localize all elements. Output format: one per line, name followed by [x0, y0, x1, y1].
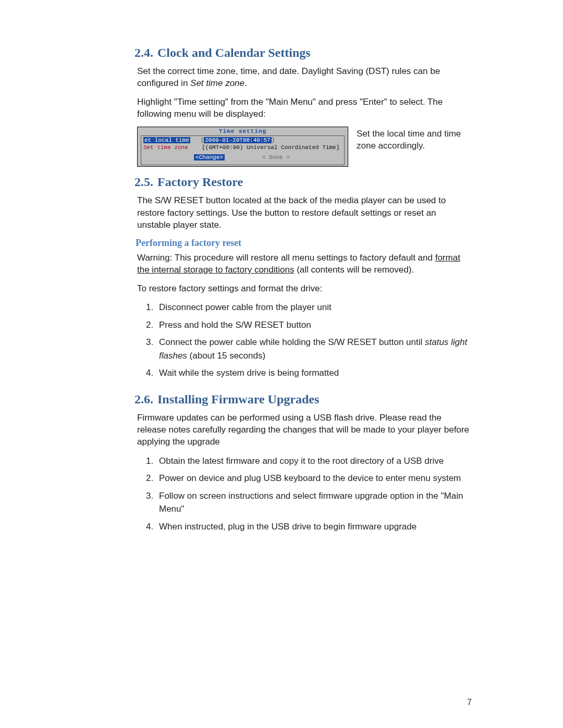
paragraph: Set the correct time zone, time, and dat… — [137, 65, 472, 90]
heading-text: Clock and Calendar Settings — [157, 46, 311, 59]
terminal-screenshot: Time setting et local time [2009-01-20T0… — [137, 127, 348, 167]
page-number: 7 — [467, 698, 472, 707]
list-item: Press and hold the S/W RESET button — [156, 318, 472, 332]
ordered-list: Obtain the latest firmware and copy it t… — [137, 454, 472, 534]
text: To restore factory settings and format t… — [137, 283, 322, 293]
heading-number: 2.5. — [134, 175, 153, 189]
terminal-value-selected: 2009-01-20T06:40:57 — [204, 137, 271, 143]
terminal-bracket: ] — [272, 137, 275, 143]
heading-2-4: 2.4.Clock and Calendar Settings — [134, 46, 472, 60]
paragraph: Warning: This procedure will restore all… — [137, 252, 472, 276]
list-item: When instructed, plug in the USB drive t… — [156, 520, 472, 534]
text: The S/W RESET button located at the back… — [137, 195, 446, 230]
paragraph: The S/W RESET button located at the back… — [137, 194, 472, 231]
heading-number: 2.4. — [134, 46, 153, 59]
list-item: Obtain the latest firmware and copy it t… — [156, 454, 472, 468]
terminal-body: et local time [2009-01-20T06:40:57] Set … — [141, 135, 345, 166]
text: Highlight "Time setting" from the "Main … — [137, 97, 443, 119]
text: (about 15 seconds) — [187, 351, 265, 361]
document-page: 2.4.Clock and Calendar Settings Set the … — [0, 0, 563, 728]
terminal-value: [(GMT+00:00) Universal Coordinated Time] — [202, 144, 339, 151]
heading-text: Installing Firmware Upgrades — [157, 392, 319, 406]
text: Connect the power cable while holding th… — [159, 337, 425, 347]
terminal-row: Set time zone [(GMT+00:00) Universal Coo… — [143, 144, 342, 152]
heading-text: Factory Restore — [157, 175, 243, 189]
figure-caption: Set the local time and time zone accordi… — [357, 127, 466, 167]
terminal-label: Set time zone — [143, 144, 188, 151]
heading-2-6: 2.6.Installing Firmware Upgrades — [134, 392, 472, 406]
paragraph: To restore factory settings and format t… — [137, 282, 472, 294]
heading-number: 2.6. — [134, 392, 153, 406]
list-item: Follow on screen instructions and select… — [156, 489, 472, 516]
list-item: Wait while the system drive is being for… — [156, 366, 472, 380]
heading-2-5: 2.5.Factory Restore — [134, 175, 472, 189]
text: . — [244, 78, 247, 88]
paragraph: Highlight "Time setting" from the "Main … — [137, 96, 472, 120]
terminal-label-selected: et local time — [143, 137, 190, 143]
figure-row: Time setting et local time [2009-01-20T0… — [137, 127, 472, 167]
text: Set the correct time zone, time, and dat… — [137, 66, 440, 88]
terminal-title: Time setting — [138, 127, 348, 135]
terminal-buttons: <Change> < Done > — [143, 151, 342, 161]
text: Firmware updates can be performed using … — [137, 413, 469, 447]
list-item: Power on device and plug USB keyboard to… — [156, 472, 472, 485]
text: (all contents will be removed). — [294, 265, 414, 275]
text-italic: Set time zone — [190, 78, 244, 88]
ordered-list: Disconnect power cable from the player u… — [137, 301, 472, 380]
paragraph: Firmware updates can be performed using … — [137, 412, 472, 448]
list-item: Disconnect power cable from the player u… — [156, 301, 472, 314]
text: Warning: This procedure will restore all… — [137, 253, 435, 263]
terminal-button-change: <Change> — [194, 154, 225, 161]
terminal-button-done: < Done > — [261, 154, 291, 161]
list-item: Connect the power cable while holding th… — [156, 336, 472, 362]
terminal-row: et local time [2009-01-20T06:40:57] — [143, 137, 342, 144]
subheading: Performing a factory reset — [136, 238, 472, 249]
